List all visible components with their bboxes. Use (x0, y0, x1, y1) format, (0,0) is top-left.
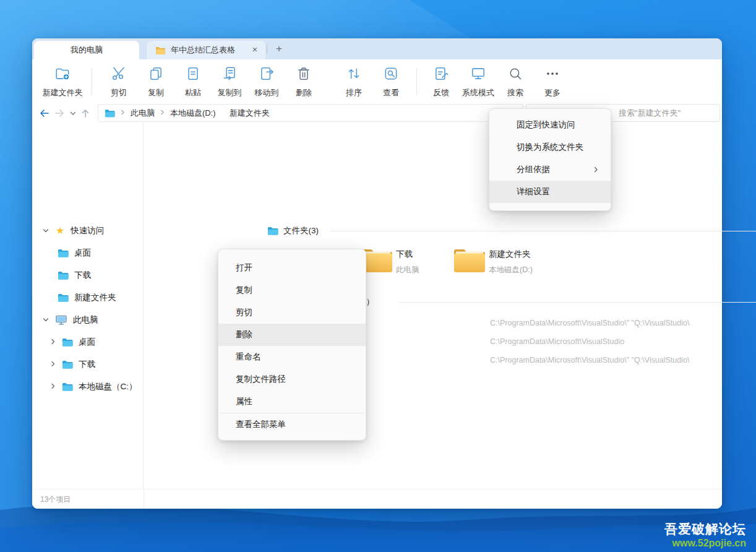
folder-icon (453, 246, 486, 274)
tab-my-computer[interactable]: 我的电脑 (34, 41, 139, 59)
navigation-pane: ★ 快速访问 桌面 下载 新建文件夹 此电脑 (32, 123, 144, 489)
menu-item-switch-system-folder[interactable]: 切换为系统文件夹 (489, 136, 611, 158)
chevron-right-icon[interactable] (49, 382, 56, 392)
file-explorer-window: 我的电脑 年中总结汇总表格 × + 新建文件夹 剪切 (32, 38, 722, 509)
menu-item-label: 固定到快速访问 (517, 119, 575, 131)
breadcrumb-this-pc[interactable]: 此电脑 (131, 108, 155, 119)
copy-button[interactable]: 复制 (136, 63, 176, 100)
chevron-down-icon[interactable] (42, 316, 49, 325)
folder-card-name: 新建文件夹 (489, 249, 531, 260)
back-icon[interactable] (37, 106, 52, 121)
tab-summary-sheet[interactable]: 年中总结汇总表格 (147, 41, 265, 59)
menu-item-copy[interactable]: 复制 (218, 279, 366, 301)
menu-item-label: 详细设置 (517, 186, 550, 197)
new-folder-icon (54, 66, 71, 84)
button-label: 粘贴 (185, 87, 201, 98)
system-mode-icon (470, 66, 486, 84)
folder-icon (155, 46, 165, 54)
view-button[interactable]: 查看 (371, 63, 411, 100)
breadcrumb[interactable]: 此电脑 本地磁盘(D:) 新建文件夹 (98, 104, 523, 122)
toolbar: 新建文件夹 剪切 复制 粘贴 复制到 移动到 (32, 59, 722, 104)
paste-button[interactable]: 粘贴 (173, 63, 213, 100)
new-folder-button[interactable]: 新建文件夹 (40, 63, 85, 100)
menu-item-properties[interactable]: 属性 (218, 390, 366, 413)
view-icon (383, 66, 399, 84)
button-label: 复制 (148, 87, 164, 98)
sidebar-item-label: 桌面 (79, 337, 95, 348)
button-label: 反馈 (433, 87, 449, 98)
folder-icon (62, 338, 73, 347)
more-button[interactable]: 更多 (533, 63, 572, 100)
button-label: 复制到 (218, 87, 242, 98)
copy-to-icon (221, 66, 238, 84)
menu-item-label: 分组依据 (517, 164, 550, 175)
sidebar-item-local-disk-c[interactable]: 本地磁盘（C:） (49, 378, 137, 395)
file-context-menu: 打开 复制 剪切 删除 重命名 复制文件路径 属性 查看全部菜单 (218, 249, 366, 441)
breadcrumb-drive-d[interactable]: 本地磁盘(D:) (170, 108, 216, 119)
folder-card-location: 此电脑 (396, 265, 419, 275)
button-label: 剪切 (111, 87, 127, 98)
toolbar-divider (92, 68, 92, 95)
section-title: 文件夹(3) (283, 225, 319, 236)
menu-item-copy-file-path[interactable]: 复制文件路径 (218, 368, 366, 390)
close-tab-icon[interactable]: × (249, 43, 261, 55)
search-icon (507, 66, 523, 84)
menu-item-pin-to-quick-access[interactable]: 固定到快速访问 (489, 114, 611, 136)
sidebar-item-quick-access[interactable]: ★ 快速访问 (42, 222, 104, 239)
menu-item-advanced-settings[interactable]: 详细设置 (489, 181, 611, 203)
folder-icon (58, 249, 69, 257)
menu-item-open[interactable]: 打开 (218, 257, 366, 279)
chevron-down-icon[interactable] (42, 226, 49, 236)
breadcrumb-separator-icon (159, 108, 166, 118)
system-mode-button[interactable]: 系统模式 (456, 63, 500, 100)
button-label: 系统模式 (462, 87, 494, 98)
tab-label: 我的电脑 (71, 45, 103, 56)
status-divider (144, 489, 144, 509)
copy-to-button[interactable]: 复制到 (210, 63, 249, 100)
watermark-site-name: 吾爱破解论坛 (664, 521, 746, 537)
delete-icon (296, 66, 312, 84)
forward-icon[interactable] (52, 106, 67, 121)
folder-context-menu: 固定到快速访问 切换为系统文件夹 分组依据 详细设置 (489, 108, 611, 211)
sidebar-item-label: 下载 (79, 359, 95, 370)
breadcrumb-separator-icon (119, 108, 126, 118)
menu-item-cut[interactable]: 剪切 (218, 301, 366, 324)
chevron-right-icon[interactable] (49, 338, 56, 347)
delete-button[interactable]: 删除 (284, 63, 324, 100)
sidebar-item-pc-downloads[interactable]: 下载 (49, 356, 95, 373)
copy-icon (148, 66, 164, 84)
section-divider (330, 231, 756, 231)
sidebar-item-label: 新建文件夹 (74, 292, 116, 303)
menu-item-rename[interactable]: 重命名 (218, 346, 366, 368)
cut-button[interactable]: 剪切 (99, 63, 139, 100)
cut-icon (111, 66, 127, 84)
folder-icon (58, 293, 69, 302)
sort-button[interactable]: 排序 (334, 63, 374, 100)
menu-item-delete[interactable]: 删除 (218, 324, 366, 346)
menu-item-label: 复制文件路径 (236, 374, 286, 385)
search-button[interactable]: 搜索 (496, 63, 535, 100)
sidebar-item-label: 此电脑 (73, 314, 98, 326)
move-to-button[interactable]: 移动到 (247, 63, 286, 100)
button-label: 新建文件夹 (43, 87, 83, 98)
folders-section-header[interactable]: 文件夹(3) (267, 225, 319, 236)
sidebar-item-desktop[interactable]: 桌面 (58, 244, 91, 262)
menu-item-label: 属性 (236, 396, 252, 407)
sidebar-item-pc-desktop[interactable]: 桌面 (49, 334, 95, 351)
folder-card-name: 下载 (396, 249, 413, 260)
sidebar-item-downloads[interactable]: 下载 (58, 267, 91, 284)
tab-label: 年中总结汇总表格 (171, 45, 235, 56)
menu-item-group-by[interactable]: 分组依据 (489, 158, 611, 181)
feedback-icon (433, 66, 449, 84)
feedback-button[interactable]: 反馈 (421, 63, 461, 100)
sidebar-item-this-pc[interactable]: 此电脑 (42, 311, 98, 329)
chevron-right-icon[interactable] (49, 360, 56, 369)
sidebar-item-new-folder[interactable]: 新建文件夹 (58, 289, 116, 306)
new-tab-icon[interactable]: + (272, 42, 286, 56)
toolbar-divider (416, 68, 417, 95)
breadcrumb-current-folder[interactable]: 新建文件夹 (230, 108, 270, 119)
menu-item-show-full-menu[interactable]: 查看全部菜单 (218, 413, 366, 436)
folder-icon (62, 382, 73, 391)
up-icon[interactable] (78, 106, 93, 121)
menu-item-label: 切换为系统文件夹 (517, 142, 583, 153)
